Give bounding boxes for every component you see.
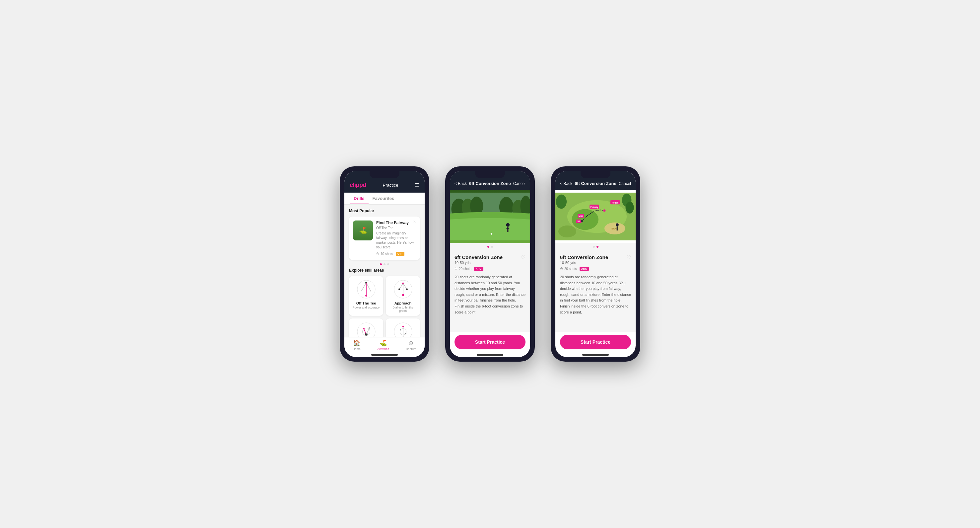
svg-text:Fairway: Fairway — [590, 206, 598, 209]
svg-point-20 — [369, 327, 370, 329]
badge-arg-3: ARG — [579, 266, 589, 271]
svg-point-35 — [506, 223, 509, 227]
phone-1-screen: clippd Practice ☰ Drills Favourites Most… — [344, 171, 425, 357]
svg-point-41 — [572, 209, 598, 230]
start-practice-button-2[interactable]: Start Practice — [455, 335, 525, 349]
svg-point-24 — [402, 326, 404, 327]
drill-detail-desc-2: 20 shots are randomly generated at dista… — [455, 274, 525, 315]
skill-desc-ott: Power and accuracy — [352, 306, 380, 309]
menu-icon[interactable]: ☰ — [415, 182, 419, 188]
skill-icon-ott — [356, 279, 376, 299]
img-dot-2 — [491, 246, 493, 248]
badge-ott: OTT — [396, 252, 404, 256]
back-button-3[interactable]: < Back — [560, 181, 572, 186]
approach-icon — [393, 279, 413, 299]
svg-point-46 — [558, 225, 576, 238]
dot-3 — [387, 263, 389, 265]
cancel-button-2[interactable]: Cancel — [513, 181, 525, 186]
phone-3-notch — [581, 171, 611, 178]
screen2-title: 6ft Conversion Zone — [469, 181, 511, 186]
nav-activities-label: Activities — [377, 347, 389, 351]
phone-3: < Back 6ft Conversion Zone Cancel — [551, 166, 640, 362]
img-dot-3-2 — [597, 246, 598, 248]
home-icon: 🏠 — [353, 340, 360, 347]
atg-icon — [356, 322, 376, 337]
phone-1-notch — [369, 171, 399, 178]
svg-point-43 — [556, 195, 566, 209]
golf-map-svg: Fairway Rough Miss Hit SAND — [555, 190, 636, 243]
img-dot-3-1 — [593, 246, 595, 248]
drill-detail-title-3: 6ft Conversion Zone — [560, 254, 608, 260]
drill-detail-3: 6ft Conversion Zone 10-50 yds ♡ ⏱ 20 sho… — [555, 250, 636, 332]
back-button-2[interactable]: < Back — [455, 181, 467, 186]
image-dots-2 — [450, 243, 530, 250]
featured-drill-card[interactable]: Find The Fairway Off The Tee Create an i… — [349, 217, 420, 260]
fav-icon-2[interactable]: ♡ — [521, 254, 525, 261]
drill-detail-2: 6ft Conversion Zone 10-50 yds ♡ ⏱ 20 sho… — [450, 250, 530, 332]
svg-point-38 — [491, 233, 492, 234]
screen1-content: Most Popular Find The Fairway Off The Te… — [344, 204, 425, 337]
skill-name-ott: Off The Tee — [352, 301, 380, 305]
svg-point-56 — [603, 209, 605, 212]
favourite-icon[interactable]: ♡ — [412, 220, 417, 225]
drill-detail-desc-3: 20 shots are randomly generated at dista… — [560, 274, 631, 315]
nav-home[interactable]: 🏠 Home — [353, 340, 361, 351]
tabs-bar: Drills Favourites — [344, 193, 425, 204]
skill-card-atg[interactable]: Around The Green Hone your short game — [349, 319, 383, 337]
shots-label: ⏱ 10 shots — [376, 252, 393, 256]
phone-2-notch — [475, 171, 505, 178]
skill-desc-approach: Dial-in to hit the green — [389, 306, 417, 313]
shots-label-3: ⏱ 20 shots — [560, 267, 577, 271]
nav-home-label: Home — [353, 347, 361, 351]
explore-label: Explore skill areas — [349, 268, 420, 273]
clock-icon: ⏱ — [376, 252, 380, 256]
drill-detail-meta-3: ⏱ 20 shots ARG — [560, 266, 631, 271]
svg-line-8 — [399, 283, 403, 289]
svg-line-19 — [366, 328, 369, 334]
svg-point-55 — [581, 220, 583, 222]
home-bar-1 — [371, 354, 398, 356]
bottom-nav: 🏠 Home ⛳ Activities ⊕ Capture — [344, 337, 425, 352]
fav-icon-3[interactable]: ♡ — [626, 254, 631, 261]
drill-title: Find The Fairway — [376, 220, 416, 226]
skill-card-putting[interactable]: Putting Make and lag practice — [386, 319, 420, 337]
start-practice-button-3[interactable]: Start Practice — [560, 335, 631, 349]
ott-icon — [356, 279, 376, 299]
nav-activities[interactable]: ⛳ Activities — [377, 340, 389, 351]
drill-subtitle: Off The Tee — [376, 226, 416, 230]
activities-icon: ⛳ — [380, 340, 387, 347]
drill-detail-title-2: 6ft Conversion Zone — [455, 254, 503, 260]
tab-favourites[interactable]: Favourites — [369, 193, 398, 204]
svg-point-18 — [363, 328, 364, 329]
skill-icon-approach — [393, 279, 413, 299]
svg-point-11 — [398, 288, 400, 290]
screen3-title: 6ft Conversion Zone — [574, 181, 616, 186]
most-popular-label: Most Popular — [349, 209, 420, 213]
phone-2-screen: < Back 6ft Conversion Zone Cancel — [450, 171, 530, 357]
image-dots-3 — [555, 243, 636, 250]
tab-drills[interactable]: Drills — [350, 193, 369, 204]
shots-label-2: ⏱ 20 shots — [455, 267, 471, 271]
svg-rect-37 — [506, 228, 509, 229]
svg-point-58 — [616, 223, 619, 227]
cancel-button-3[interactable]: Cancel — [619, 181, 631, 186]
clock-icon-2: ⏱ — [455, 267, 458, 271]
badge-arg-2: ARG — [474, 266, 484, 271]
dot-2 — [383, 263, 385, 265]
phone-2: < Back 6ft Conversion Zone Cancel — [445, 166, 535, 362]
shots-count: 10 shots — [380, 252, 393, 256]
svg-point-45 — [626, 202, 634, 214]
skill-card-approach[interactable]: Approach Dial-in to hit the green — [386, 276, 420, 316]
nav-capture[interactable]: ⊕ Capture — [406, 340, 416, 351]
drill-detail-meta-2: ⏱ 20 shots ARG — [455, 266, 525, 271]
skill-card-ott[interactable]: Off The Tee Power and accuracy — [349, 276, 383, 316]
skill-grid: Off The Tee Power and accuracy — [349, 276, 420, 337]
svg-point-13 — [402, 294, 404, 296]
scene: clippd Practice ☰ Drills Favourites Most… — [320, 147, 660, 381]
svg-rect-59 — [617, 227, 618, 231]
clock-icon-3: ⏱ — [560, 267, 563, 271]
svg-text:Hit: Hit — [578, 220, 581, 222]
svg-line-3 — [366, 282, 371, 292]
dot-indicators — [349, 263, 420, 265]
capture-icon: ⊕ — [408, 340, 414, 347]
